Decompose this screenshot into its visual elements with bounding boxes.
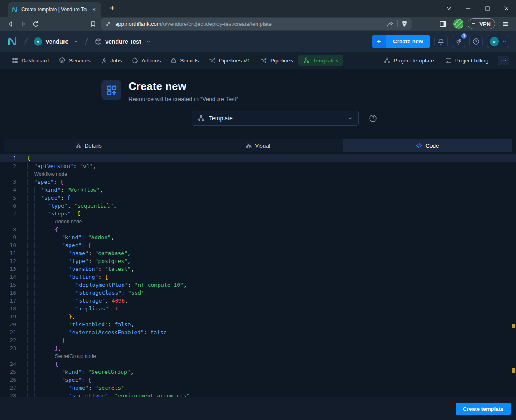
code-line[interactable]: 7 "steps": [: [0, 210, 516, 218]
code-line[interactable]: 26 "spec": {: [0, 376, 516, 384]
tab-visual[interactable]: Visual: [173, 139, 342, 152]
code-line[interactable]: 16 "storageClass": "ssd",: [0, 289, 516, 297]
nav-item-secrets[interactable]: Secrets: [166, 52, 204, 69]
breadcrumb-team[interactable]: v Vendure: [34, 38, 78, 46]
site-settings-icon[interactable]: [105, 21, 111, 27]
sidebar-toggle-icon[interactable]: [437, 18, 449, 30]
tab-details[interactable]: Details: [4, 139, 173, 152]
code-line[interactable]: 3 "spec": {: [0, 178, 516, 186]
shuffle-icon: [209, 58, 216, 64]
whats-new-button[interactable]: 1: [452, 35, 465, 48]
code-line[interactable]: 25 "kind": "SecretGroup",: [0, 368, 516, 376]
tab-code[interactable]: Code: [343, 139, 512, 152]
window-chevron-icon[interactable]: [439, 0, 458, 17]
new-tab-button[interactable]: +: [107, 4, 117, 13]
line-number: 13: [0, 265, 16, 273]
code-line[interactable]: 12 "type": "postgres",: [0, 257, 516, 265]
code-line[interactable]: 6 "type": "sequential",: [0, 202, 516, 210]
code-line[interactable]: 18 "replicas": 1: [0, 305, 516, 312]
breadcrumb-divider: /: [85, 36, 89, 47]
brave-shield-icon[interactable]: [401, 20, 408, 27]
browser-tab[interactable]: Create template | Vendure Test | ×: [8, 2, 101, 17]
code-line[interactable]: 8 {: [0, 225, 516, 233]
chevron-down-icon[interactable]: [146, 39, 151, 44]
code-line[interactable]: 23 },: [0, 344, 516, 352]
browser-profile-avatar[interactable]: [453, 19, 463, 29]
vpn-button[interactable]: VPN: [468, 18, 495, 29]
layers-icon: [59, 57, 65, 64]
create-template-button[interactable]: Create template: [456, 402, 511, 415]
line-number: 22: [0, 336, 16, 344]
code-line[interactable]: 20 "tlsEnabled": false,: [0, 320, 516, 328]
forward-button[interactable]: [17, 18, 29, 30]
code-line[interactable]: 19 },: [0, 312, 516, 320]
code-icon: [416, 142, 422, 149]
northflank-logo[interactable]: [7, 36, 18, 47]
code-line[interactable]: 24 {: [0, 360, 516, 368]
code-line[interactable]: 15 "deploymentPlan": "nf-compute-10",: [0, 281, 516, 289]
chevron-down-icon[interactable]: [73, 39, 78, 44]
nav-item-pipelines[interactable]: Pipelines: [255, 52, 298, 69]
code-annotation-row[interactable]: SecretGroup node: [0, 352, 516, 360]
url-bar[interactable]: app.northflank.com/u/vendure/project/dep…: [101, 18, 412, 30]
more-options-button[interactable]: ···: [498, 56, 509, 65]
nav-item-pipelines-v1[interactable]: Pipelines V1: [204, 52, 255, 69]
breadcrumb-divider: /: [24, 36, 28, 47]
url-text[interactable]: app.northflank.com/u/vendure/project/dep…: [115, 21, 383, 27]
template-nodes-icon: [303, 58, 310, 64]
nav-item-dashboard[interactable]: Dashboard: [7, 52, 54, 69]
code-line[interactable]: 5 "spec": {: [0, 194, 516, 202]
reload-button[interactable]: [29, 18, 42, 30]
window-maximize-button[interactable]: [478, 0, 497, 17]
nav-item-project-billing[interactable]: Project billing: [440, 52, 493, 69]
code-line[interactable]: 22 }: [0, 336, 516, 344]
selector-help-icon[interactable]: [369, 114, 377, 122]
nav-item-services[interactable]: Services: [54, 52, 96, 69]
help-button[interactable]: [469, 35, 483, 48]
create-new-button[interactable]: Create new: [386, 35, 430, 48]
code-line[interactable]: 21 "externalAccessEnabled": false: [0, 328, 516, 336]
team-avatar: v: [34, 38, 42, 46]
code-annotation-row[interactable]: Addon node: [0, 218, 516, 225]
favicon-northflank-icon: [11, 6, 18, 13]
code-line[interactable]: 14 "billing": {: [0, 273, 516, 281]
nav-item-addons[interactable]: Addons: [127, 52, 166, 69]
code-line[interactable]: 27 "name": "secrets",: [0, 384, 516, 392]
code-line[interactable]: 1{: [0, 154, 516, 162]
nav-item-templates[interactable]: Templates: [298, 55, 344, 66]
browser-menu-icon[interactable]: [499, 18, 512, 30]
node-annotation: SecretGroup node: [55, 353, 96, 359]
code-line[interactable]: 13 "version": "latest",: [0, 265, 516, 273]
create-new-plus-button[interactable]: +: [372, 35, 386, 48]
code-line[interactable]: 2 "apiVersion": "v1",: [0, 162, 516, 170]
code-line[interactable]: 11 "name": "database",: [0, 249, 516, 257]
notifications-button[interactable]: [434, 35, 448, 48]
window-close-button[interactable]: [497, 0, 516, 17]
tab-close-icon[interactable]: ×: [90, 6, 98, 13]
rocket-icon: [455, 38, 462, 45]
back-button[interactable]: [4, 18, 17, 30]
code-annotation-row[interactable]: Workflow node: [0, 170, 516, 178]
code-line[interactable]: 10 "spec": {: [0, 241, 516, 249]
nav-item-project-template[interactable]: Project template: [379, 52, 439, 69]
nav-label: Addons: [141, 58, 161, 64]
code-line[interactable]: 17 "storage": 4096,: [0, 297, 516, 305]
resource-type-select[interactable]: Template: [192, 111, 359, 126]
share-icon[interactable]: [386, 20, 393, 28]
project-name: Vendure Test: [105, 38, 141, 45]
overview-ruler-mark: [512, 324, 515, 328]
code-line[interactable]: 9 "kind": "Addon",: [0, 233, 516, 241]
breadcrumb-project[interactable]: Vendure Test: [95, 38, 151, 45]
editor-right-edge: [511, 154, 511, 397]
window-minimize-button[interactable]: [458, 0, 478, 17]
nav-item-jobs[interactable]: Jobs: [96, 52, 127, 69]
create-new-split-button[interactable]: + Create new: [372, 35, 430, 48]
node-annotation: Addon node: [55, 219, 82, 225]
code-line[interactable]: 4 "kind": "Workflow",: [0, 186, 516, 194]
code-editor[interactable]: 1{2 "apiVersion": "v1", Workflow node3 "…: [0, 154, 516, 397]
browser-tab-strip: Create template | Vendure Test | × +: [0, 0, 516, 17]
bookmark-icon[interactable]: [87, 18, 99, 30]
user-menu-button[interactable]: v: [487, 35, 509, 48]
line-number: 8: [0, 225, 16, 233]
code-line[interactable]: 28 "secretType": "environment-arguments"…: [0, 392, 516, 397]
